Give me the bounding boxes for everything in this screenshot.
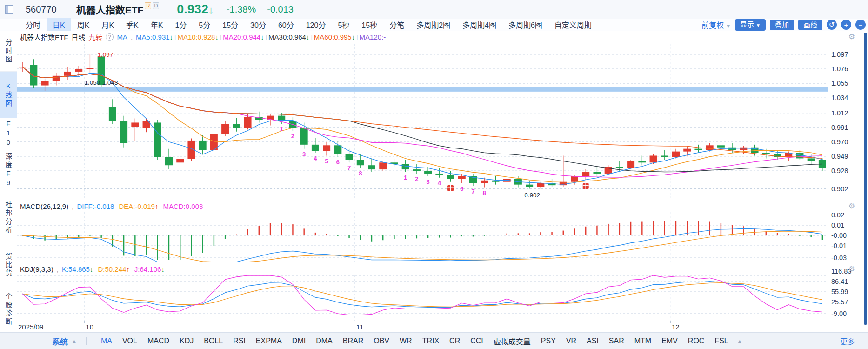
indicator-tab[interactable]: EXPMA <box>251 337 287 345</box>
kline-chart[interactable]: 12345678123456781.0971.050-1.0430.902 <box>17 44 828 200</box>
system-menu[interactable]: 系统 <box>52 336 68 347</box>
nine-turn-number: 3 <box>302 151 306 158</box>
macd-histogram-bar <box>259 226 260 235</box>
period-tab[interactable]: 1分 <box>169 18 193 31</box>
macd-title[interactable]: MACD(26,12,9) <box>20 202 68 210</box>
period-tab[interactable]: 5分 <box>193 18 216 31</box>
indicator-tab[interactable]: DMA <box>311 337 338 345</box>
help-icon[interactable]: ? <box>106 33 114 41</box>
period-tab[interactable]: 5秒 <box>332 18 355 31</box>
sidebar-item[interactable]: 杜邦分析 <box>0 192 17 244</box>
triangle-up-icon[interactable]: ▲ <box>72 338 77 344</box>
collapse-triangle-icon[interactable]: ▲ <box>737 338 742 344</box>
indicator-tab[interactable]: MTM <box>629 337 656 345</box>
kline-settings-gear-icon[interactable]: ⚙ <box>848 32 855 41</box>
indicator-tab[interactable]: BOLL <box>199 337 228 345</box>
indicator-tab[interactable]: OBV <box>368 337 394 345</box>
indicator-tab[interactable]: MA <box>96 337 117 345</box>
sidebar-item[interactable]: 深度F9 <box>0 149 17 192</box>
indicator-tab[interactable]: ROC <box>683 337 710 345</box>
period-tab[interactable]: 多周期2图 <box>410 18 456 31</box>
macd-histogram-bar <box>608 224 608 235</box>
adjust-mode-dropdown[interactable]: 前复权▼ <box>701 19 731 30</box>
indicator-tab[interactable]: 虚拟成交量 <box>488 336 536 347</box>
indicator-tab[interactable]: BRAR <box>338 337 368 345</box>
period-tab[interactable]: 15分 <box>216 18 244 31</box>
period-tab[interactable]: 日K <box>47 18 71 31</box>
indicator-value: DEA:-0.019↑ <box>119 202 158 210</box>
period-tab[interactable]: 季K <box>120 18 145 31</box>
sidebar-item[interactable]: 分时图 <box>0 31 17 72</box>
more-indicators-link[interactable]: 更多 <box>840 336 855 347</box>
period-tab[interactable]: 分时 <box>20 18 47 31</box>
candle-body <box>435 174 443 175</box>
candle-body <box>109 107 116 121</box>
zoom-out-icon[interactable]: − <box>855 20 866 30</box>
indicator-tab[interactable]: ASI <box>581 337 604 345</box>
indicator-tab[interactable]: FSL <box>709 337 733 345</box>
vertical-scrollbar[interactable] <box>864 33 867 325</box>
indicator-tab[interactable]: VR <box>561 337 581 345</box>
display-button[interactable]: 显示▼ <box>735 19 766 31</box>
indicator-tab[interactable]: CCI <box>465 337 488 345</box>
indicator-tab[interactable]: EMV <box>656 337 683 345</box>
indicator-tab[interactable]: CR <box>444 337 465 345</box>
zoom-in-icon[interactable]: + <box>841 20 851 30</box>
timeline-label: 12 <box>672 323 680 331</box>
period-tab[interactable]: 30分 <box>244 18 272 31</box>
sidebar-item[interactable]: 个股诊断 <box>0 287 17 332</box>
kdj-settings-gear-icon[interactable]: ⚙ <box>848 264 855 273</box>
kdj-title[interactable]: KDJ(9,3,3) <box>20 265 53 273</box>
macd-settings-gear-icon[interactable]: ⚙ <box>848 201 855 210</box>
sidebar-item[interactable]: K线图 <box>0 72 17 118</box>
period-tab[interactable]: 自定义周期 <box>548 18 598 31</box>
macd-histogram-bar <box>348 235 349 238</box>
sidebar-item[interactable]: F10 <box>0 118 17 149</box>
indicator-tab[interactable]: RSI <box>228 337 251 345</box>
period-tab[interactable]: 60分 <box>272 18 300 31</box>
macd-chart[interactable] <box>17 212 828 263</box>
macd-histogram-bar <box>653 221 654 235</box>
ma5-line <box>22 67 822 185</box>
period-tab[interactable]: 多周期4图 <box>456 18 502 31</box>
ma-values: MA5:0.931↓|MA10:0.928↓|MA20:0.944↓|MA30:… <box>136 33 386 41</box>
indicator-tab[interactable]: TRIX <box>417 337 444 345</box>
indicator-tab[interactable]: MACD <box>142 337 174 345</box>
period-tab[interactable]: 120分 <box>300 18 332 31</box>
period-tab[interactable]: 月K <box>95 18 120 31</box>
candle-body <box>64 72 71 76</box>
period-tab[interactable]: 年K <box>145 18 169 31</box>
indicator-tab[interactable]: KDJ <box>174 337 199 345</box>
indicator-tab[interactable]: DMI <box>287 337 311 345</box>
axis-tick-label: 0.991 <box>831 124 848 131</box>
ma-indicator-label[interactable]: MA <box>117 33 127 41</box>
period-tab[interactable]: 15秒 <box>355 18 383 31</box>
period-tab[interactable]: 分笔 <box>383 18 410 31</box>
reset-zoom-icon[interactable]: ↺ <box>827 20 837 30</box>
trend-arrow-icon: ↑ <box>155 202 159 210</box>
window-layout-icon[interactable] <box>5 5 13 14</box>
macd-histogram-bar <box>191 235 192 256</box>
draw-line-button[interactable]: 画线 <box>798 20 822 30</box>
timeline-label: 2025/09 <box>18 323 43 331</box>
trading-app-window: 560770 机器人指数ETF R D 0.932↓ -1.38% -0.013… <box>0 0 868 349</box>
macd-histogram-bar <box>450 235 451 238</box>
axis-tick-label: 86.41 <box>831 278 848 285</box>
candle-body <box>244 117 252 128</box>
period-tab[interactable]: 周K <box>71 18 96 31</box>
overlay-button[interactable]: 叠加 <box>770 20 794 30</box>
macd-histogram-bar <box>810 235 811 237</box>
nine-turn-label[interactable]: 九转 <box>88 32 102 42</box>
indicator-tab[interactable]: WR <box>394 337 417 345</box>
candle-body <box>650 156 657 163</box>
macd-histogram-bar <box>732 225 733 235</box>
indicator-tab[interactable]: VOL <box>117 337 142 345</box>
macd-histogram-bar <box>337 235 338 236</box>
sidebar-item[interactable]: 货比货 <box>0 244 17 287</box>
period-tab[interactable]: 多周期6图 <box>502 18 548 31</box>
macd-histogram-bar <box>630 222 631 235</box>
axis-tick-label: -0.00 <box>831 232 847 239</box>
indicator-tab[interactable]: PSY <box>536 337 561 345</box>
indicator-tab[interactable]: SAR <box>604 337 629 345</box>
kdj-chart[interactable] <box>17 275 828 321</box>
